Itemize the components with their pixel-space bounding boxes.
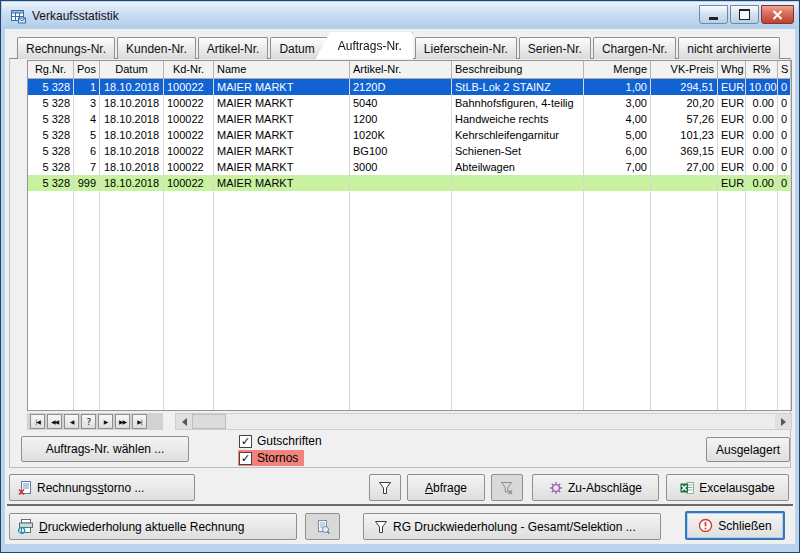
next-record-button[interactable]: ▶ <box>98 414 113 429</box>
cell-pos <box>74 239 100 255</box>
druckwiederholung-button[interactable]: Druckwiederholung aktuelle Rechnung <box>9 513 297 540</box>
column-header[interactable]: S <box>778 61 791 78</box>
table-row <box>28 319 791 335</box>
zu-abschlaege-button[interactable]: Zu-Abschläge <box>532 474 659 501</box>
gutschriften-checkbox[interactable]: ✓ <box>239 435 252 448</box>
cell-r: 0.00 <box>746 143 778 159</box>
tab-artikel-nr-[interactable]: Artikel-Nr. <box>198 37 269 59</box>
cell-beschreibung <box>452 399 584 411</box>
gutschriften-label: Gutschriften <box>257 434 322 448</box>
restore-icon <box>739 9 750 20</box>
cell-beschreibung: Kehrschleifengarnitur <box>452 127 584 143</box>
cell-vkpreis: 20,20 <box>651 95 718 111</box>
last-record-button[interactable]: ▶| <box>132 414 147 429</box>
rg-druckwiederholung-button[interactable]: RG Druckwiederholung - Gesamt/Selektion … <box>363 513 661 540</box>
cell-rgnr <box>28 223 74 239</box>
cell-beschreibung <box>452 303 584 319</box>
cell-r: 0.00 <box>746 95 778 111</box>
stornos-checkbox-row[interactable]: ✓ Stornos <box>238 450 304 466</box>
column-header[interactable]: Menge <box>584 61 651 78</box>
alert-circle-icon <box>698 518 713 533</box>
maximize-restore-button[interactable] <box>730 5 759 24</box>
cell-rgnr <box>28 319 74 335</box>
rechnungsstorno-button[interactable]: Rechnungsstorno ... <box>9 474 195 501</box>
cell-beschreibung: Schienen-Set <box>452 143 584 159</box>
table-row[interactable]: 5 328518.10.2018100022MAIER MARKT1020KKe… <box>28 127 791 143</box>
column-header[interactable]: Name <box>214 61 350 78</box>
scroll-right-button[interactable] <box>775 414 791 429</box>
tab-rechnungs-nr-[interactable]: Rechnungs-Nr. <box>17 37 115 59</box>
close-button[interactable] <box>761 5 794 24</box>
column-header[interactable]: Rg.Nr. <box>28 61 74 78</box>
column-header[interactable]: Beschreibung <box>452 61 584 78</box>
cell-whg <box>718 303 746 319</box>
cell-kdnr: 100022 <box>164 143 214 159</box>
cell-rgnr <box>28 207 74 223</box>
cell-menge <box>584 319 651 335</box>
cell-whg <box>718 239 746 255</box>
auftrags-nr-waehlen-button[interactable]: Auftrags-Nr. wählen ... <box>21 436 189 462</box>
help-button[interactable]: ? <box>81 414 96 429</box>
tab-serien-nr-[interactable]: Serien-Nr. <box>519 37 591 59</box>
prev-page-button[interactable]: ◀◀ <box>47 414 62 429</box>
cell-name <box>214 207 350 223</box>
cell-beschreibung <box>452 191 584 207</box>
cell-beschreibung: Abteilwagen <box>452 159 584 175</box>
table-row[interactable]: 5 328318.10.2018100022MAIER MARKT5040Bah… <box>28 95 791 111</box>
cell-name <box>214 319 350 335</box>
table-row[interactable]: 5 328418.10.2018100022MAIER MARKT1200Han… <box>28 111 791 127</box>
filter-clear-button[interactable] <box>491 474 523 501</box>
tab-chargen-nr-[interactable]: Chargen-Nr. <box>593 37 676 59</box>
cell-artikelnr <box>350 207 452 223</box>
column-header[interactable]: VK-Preis <box>651 61 718 78</box>
excelausgabe-button[interactable]: Excelausgabe <box>666 474 789 501</box>
cell-s: 0 <box>778 79 791 95</box>
print-preview-button[interactable] <box>305 513 340 540</box>
column-header[interactable]: Artikel-Nr. <box>350 61 452 78</box>
cell-pos <box>74 207 100 223</box>
column-header[interactable]: Whg <box>718 61 746 78</box>
table-row[interactable]: 5 328618.10.2018100022MAIER MARKTBG100Sc… <box>28 143 791 159</box>
cell-menge <box>584 223 651 239</box>
close-icon <box>772 10 783 20</box>
column-header[interactable]: Kd-Nr. <box>164 61 214 78</box>
tab-nicht-archivierte[interactable]: nicht archivierte <box>678 37 780 59</box>
cell-kdnr: 100022 <box>164 127 214 143</box>
table-row[interactable]: 5 328118.10.2018100022MAIER MARKT2120DSt… <box>28 79 791 95</box>
dialog-content: Rechnungs-Nr.Kunden-Nr.Artikel-Nr.DatumA… <box>5 29 795 544</box>
abfrage-button[interactable]: Abfrage <box>407 474 485 501</box>
column-header[interactable]: Pos <box>74 61 100 78</box>
tab-kunden-nr-[interactable]: Kunden-Nr. <box>117 37 196 59</box>
cell-datum: 18.10.2018 <box>100 159 164 175</box>
cell-s <box>778 319 791 335</box>
gutschriften-checkbox-row[interactable]: ✓ Gutschriften <box>238 433 328 449</box>
stornos-checkbox[interactable]: ✓ <box>239 452 252 465</box>
cell-name: MAIER MARKT <box>214 79 350 95</box>
cell-beschreibung: StLB-Lok 2 STAINZ <box>452 79 584 95</box>
tab-lieferschein-nr-[interactable]: Lieferschein-Nr. <box>415 37 517 59</box>
funnel-clear-icon <box>500 481 514 495</box>
minimize-button[interactable] <box>699 5 728 24</box>
table-row[interactable]: 5 328718.10.2018100022MAIER MARKT3000Abt… <box>28 159 791 175</box>
table-row[interactable]: 5 32899918.10.2018100022MAIER MARKTEUR0.… <box>28 175 791 191</box>
next-page-button[interactable]: ▶▶ <box>115 414 130 429</box>
horizontal-scrollbar[interactable] <box>175 413 792 430</box>
cell-vkpreis: 57,26 <box>651 111 718 127</box>
cell-datum <box>100 351 164 367</box>
schliessen-button[interactable]: Schließen <box>685 511 785 540</box>
scroll-left-button[interactable] <box>176 414 192 429</box>
scrollbar-thumb[interactable] <box>192 414 226 429</box>
cell-rgnr <box>28 239 74 255</box>
first-record-button[interactable]: |◀ <box>30 414 45 429</box>
cell-whg: EUR <box>718 95 746 111</box>
cell-s: 0 <box>778 175 791 191</box>
filter-button[interactable] <box>369 474 401 501</box>
ausgelagert-button[interactable]: Ausgelagert <box>706 437 790 462</box>
tab-auftrags-nr-[interactable]: Auftrags-Nr. <box>316 32 413 59</box>
prev-record-button[interactable]: ◀ <box>64 414 79 429</box>
cell-whg <box>718 191 746 207</box>
cell-beschreibung: Bahnhofsfiguren, 4-teilig <box>452 95 584 111</box>
column-header[interactable]: Datum <box>100 61 164 78</box>
cell-rgnr <box>28 191 74 207</box>
column-header[interactable]: R% <box>746 61 778 78</box>
